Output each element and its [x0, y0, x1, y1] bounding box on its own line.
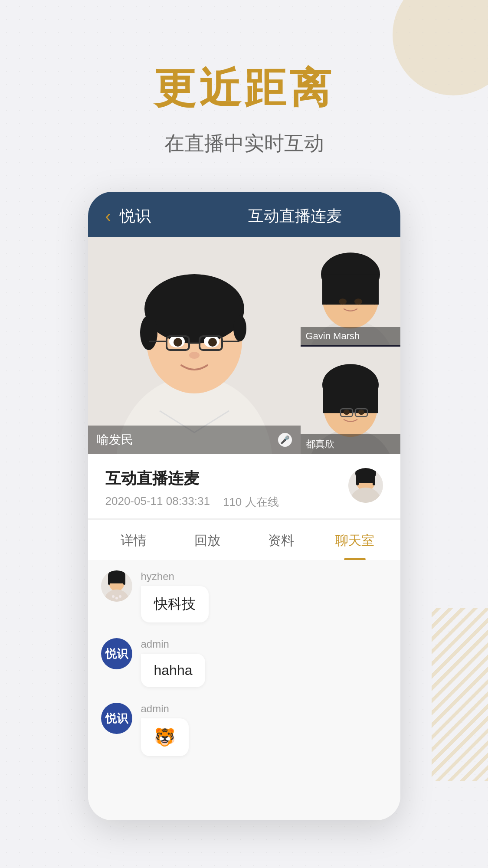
stream-date: 2020-05-11 08:33:31 — [105, 495, 210, 510]
svg-rect-25 — [371, 281, 379, 305]
svg-rect-35 — [371, 390, 378, 412]
svg-rect-23 — [322, 274, 379, 305]
hyzhen-avatar-svg — [101, 570, 132, 602]
tab-replay[interactable]: 回放 — [170, 520, 244, 560]
page-content: 更近距离 在直播中实时互动 ‹ 悦识 互动直播连麦 — [0, 0, 488, 820]
host-avatar — [348, 468, 383, 503]
svg-point-55 — [112, 595, 115, 598]
video-bottom-right: 都真欣 — [301, 347, 400, 455]
yueshi-logo-text: 悦识 — [105, 646, 128, 662]
svg-point-26 — [339, 298, 347, 305]
chat-avatar-admin1: 悦识 — [101, 638, 132, 669]
chat-message-3: 悦识 admin 🐯 — [101, 703, 387, 756]
back-button[interactable]: ‹ — [105, 206, 111, 226]
chat-bubble-1: 快科技 — [141, 586, 209, 622]
stream-meta: 2020-05-11 08:33:31 110 人在线 — [105, 495, 279, 510]
svg-point-56 — [115, 597, 118, 599]
phone-mockup: ‹ 悦识 互动直播连麦 — [88, 192, 400, 820]
svg-point-11 — [208, 338, 217, 347]
svg-point-17 — [189, 352, 200, 359]
app-header-title: 互动直播连麦 — [207, 206, 383, 227]
video-grid: 喻发民 🎤 — [88, 237, 400, 454]
svg-rect-45 — [356, 478, 359, 485]
stream-info: 互动直播连麦 2020-05-11 08:33:31 110 人在线 — [88, 454, 400, 518]
chat-avatar-hyzhen — [101, 570, 132, 602]
svg-point-40 — [358, 409, 364, 415]
stream-info-left: 互动直播连麦 2020-05-11 08:33:31 110 人在线 — [105, 468, 279, 510]
chat-username-1: hyzhen — [141, 570, 209, 583]
video-main: 喻发民 🎤 — [88, 237, 301, 454]
chat-username-3: admin — [141, 703, 189, 715]
host-avatar-svg — [348, 468, 383, 503]
bottom-right-label: 都真欣 — [301, 434, 400, 454]
svg-point-27 — [354, 298, 362, 305]
chat-avatar-admin2: 悦识 — [101, 703, 132, 734]
stream-title: 互动直播连麦 — [105, 468, 279, 489]
chat-body-admin1: admin hahha — [141, 638, 206, 687]
video-side: Gavin Marsh — [301, 237, 400, 454]
stream-online: 110 人在线 — [223, 495, 279, 510]
svg-rect-46 — [373, 478, 375, 485]
main-video-label: 喻发民 🎤 — [88, 426, 301, 454]
mic-icon: 🎤 — [278, 433, 292, 447]
svg-rect-44 — [356, 473, 375, 483]
svg-point-10 — [174, 338, 182, 347]
main-video-person-svg — [88, 237, 301, 454]
chat-message: hyzhen 快科技 — [101, 570, 387, 622]
hero-subtitle: 在直播中实时互动 — [164, 130, 324, 157]
svg-rect-52 — [108, 578, 110, 585]
chat-username-2: admin — [141, 638, 206, 650]
app-header: ‹ 悦识 互动直播连麦 — [88, 192, 400, 237]
tab-materials[interactable]: 资料 — [244, 520, 318, 560]
top-right-label: Gavin Marsh — [301, 327, 400, 345]
tab-chat[interactable]: 聊天室 — [318, 520, 392, 560]
svg-point-39 — [344, 409, 350, 415]
chat-bubble-2: hahha — [141, 654, 206, 687]
tabs-section: 详情 回放 资料 聊天室 — [88, 519, 400, 560]
video-top-right: Gavin Marsh — [301, 237, 400, 345]
svg-point-7 — [233, 315, 246, 341]
stream-info-right — [348, 468, 383, 503]
chat-message-2: 悦识 admin hahha — [101, 638, 387, 687]
svg-point-6 — [140, 315, 157, 350]
main-participant-name: 喻发民 — [97, 432, 133, 448]
svg-rect-34 — [323, 390, 330, 412]
app-name-label: 悦识 — [120, 206, 207, 227]
svg-point-57 — [119, 595, 121, 598]
svg-rect-24 — [322, 281, 330, 305]
chat-section: hyzhen 快科技 悦识 admin hahha 悦识 — [88, 560, 400, 820]
chat-body-hyzhen: hyzhen 快科技 — [141, 570, 209, 622]
chat-bubble-3: 🐯 — [141, 718, 189, 756]
hero-title: 更近距离 — [154, 61, 334, 117]
svg-rect-53 — [123, 578, 125, 585]
svg-rect-51 — [108, 576, 125, 583]
tab-detail[interactable]: 详情 — [97, 520, 170, 560]
svg-rect-5 — [147, 309, 242, 331]
yueshi-logo-text-2: 悦识 — [105, 711, 128, 726]
chat-body-admin2: admin 🐯 — [141, 703, 189, 756]
